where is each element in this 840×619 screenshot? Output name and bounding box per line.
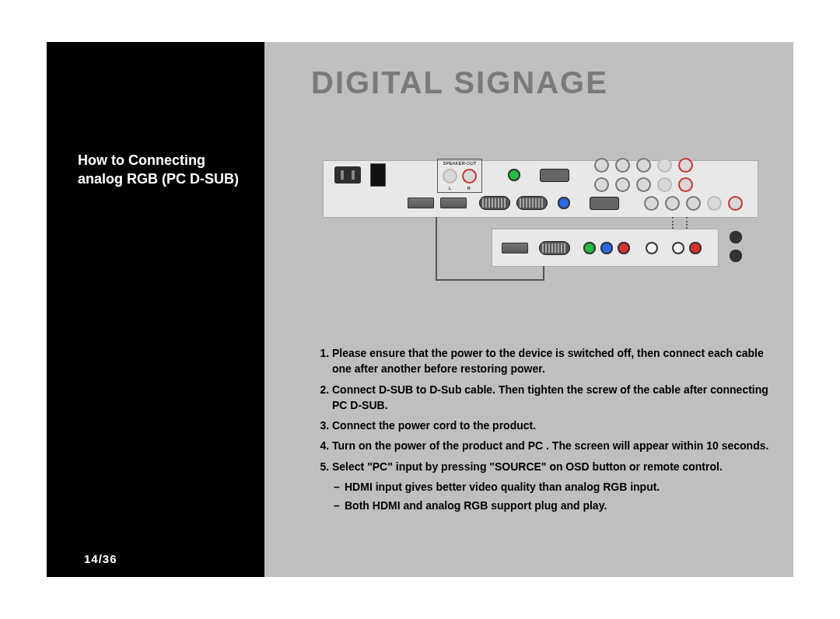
extra-jacks-icon <box>727 229 744 264</box>
speaker-r-label: R <box>467 186 471 191</box>
wire-icon <box>436 279 544 281</box>
note-item: HDMI input gives better video quality th… <box>334 479 782 495</box>
hdmi-port-icon <box>502 243 528 254</box>
sidebar: How to Connecting analog RGB (PC D-SUB) … <box>47 42 264 577</box>
step-list: Please ensure that the power to the devi… <box>315 345 782 474</box>
jack-red-icon <box>689 242 702 254</box>
page-indicator: 14/36 <box>84 552 117 565</box>
jack-red-icon <box>618 242 630 254</box>
rear-panel-illustration: SPEAKER-OUT L R <box>323 160 758 218</box>
jack-white-icon <box>672 242 684 254</box>
rca-grid-icon <box>593 156 695 194</box>
vga-port-icon <box>539 241 570 255</box>
instruction-block: Please ensure that the power to the devi… <box>315 345 782 517</box>
speaker-out-box: SPEAKER-OUT L R <box>437 159 482 193</box>
note-item: Both HDMI and analog RGB support plug an… <box>334 498 782 513</box>
dotted-line-icon <box>686 217 688 229</box>
speaker-l-label: L <box>449 186 451 191</box>
serial-port-icon <box>540 169 569 182</box>
power-switch-icon <box>370 163 386 187</box>
step-item: Connect D-SUB to D-Sub cable. Then tight… <box>332 382 782 414</box>
step-item: Select "PC" input by pressing "SOURCE" o… <box>332 459 782 474</box>
audio-jack-blue-icon <box>558 197 570 209</box>
jack-green-icon <box>583 242 596 254</box>
serial-port-icon <box>590 197 619 210</box>
section-title: How to Connecting analog RGB (PC D-SUB) <box>78 151 249 189</box>
rca-left-icon <box>443 169 457 184</box>
callout-panel-illustration <box>492 229 719 267</box>
step-item: Turn on the power of the product and PC … <box>332 438 782 453</box>
hdmi-port-icon <box>440 198 467 208</box>
rca-right-icon <box>462 169 477 184</box>
vga-port-icon <box>479 196 510 210</box>
note-list: HDMI input gives better video quality th… <box>315 479 782 514</box>
page-title: DIGITAL SIGNAGE <box>311 65 608 100</box>
speaker-out-label: SPEAKER-OUT <box>441 161 478 166</box>
step-item: Please ensure that the power to the devi… <box>332 345 782 377</box>
audio-jack-green-icon <box>508 169 520 181</box>
vga-port-icon <box>516 196 548 210</box>
header-band: DIGITAL SIGNAGE <box>264 42 793 128</box>
jack-blue-icon <box>600 242 613 254</box>
hdmi-port-icon <box>408 198 434 208</box>
content-area: DIGITAL SIGNAGE SPEAKER-OUT L R <box>264 42 793 577</box>
power-socket-icon <box>334 166 361 184</box>
dotted-line-icon <box>672 217 674 229</box>
rca-grid-icon <box>642 194 744 212</box>
step-item: Connect the power cord to the product. <box>332 418 782 433</box>
jack-white-icon <box>646 242 658 254</box>
manual-page: How to Connecting analog RGB (PC D-SUB) … <box>47 42 793 577</box>
wire-icon <box>436 217 437 279</box>
wire-icon <box>543 266 544 279</box>
